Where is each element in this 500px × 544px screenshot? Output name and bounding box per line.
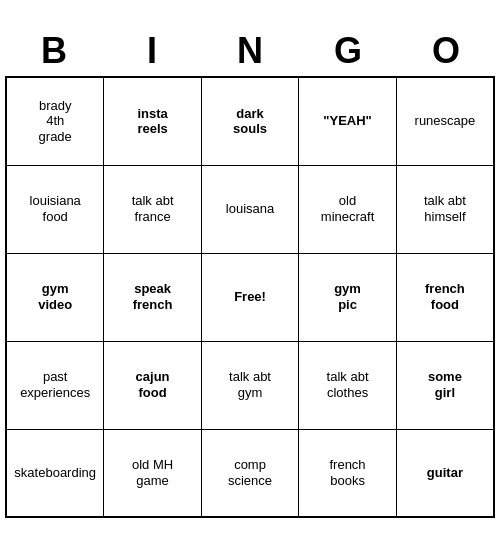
cell-text: french: [329, 457, 365, 472]
cell-text: reels: [137, 121, 167, 136]
bingo-cell: "YEAH": [299, 77, 397, 165]
header-b: B: [5, 26, 103, 76]
bingo-cell: guitar: [396, 429, 494, 517]
cell-text: old MH: [132, 457, 173, 472]
bingo-cell: gympic: [299, 253, 397, 341]
cell-text: books: [330, 473, 365, 488]
bingo-cell: talk abtgym: [201, 341, 298, 429]
cell-text: game: [136, 473, 169, 488]
cell-text: food: [43, 209, 68, 224]
cell-text: pic: [338, 297, 357, 312]
cell-text: louisana: [226, 201, 274, 216]
bingo-cell: talk abthimself: [396, 165, 494, 253]
bingo-cell: louisana: [201, 165, 298, 253]
bingo-cell: louisianafood: [6, 165, 104, 253]
bingo-cell: cajunfood: [104, 341, 201, 429]
bingo-cell: instareels: [104, 77, 201, 165]
bingo-header: B I N G O: [5, 26, 495, 76]
cell-text: Free!: [234, 289, 266, 304]
bingo-cell: runescape: [396, 77, 494, 165]
cell-text: experiences: [20, 385, 90, 400]
cell-text: past: [43, 369, 68, 384]
cell-text: brady: [39, 98, 72, 113]
cell-text: gym: [334, 281, 361, 296]
bingo-cell: Free!: [201, 253, 298, 341]
table-row: louisianafoodtalk abtfrancelouisanaoldmi…: [6, 165, 494, 253]
table-row: skateboardingold MHgamecompsciencefrench…: [6, 429, 494, 517]
bingo-cell: darksouls: [201, 77, 298, 165]
cell-text: france: [135, 209, 171, 224]
cell-text: science: [228, 473, 272, 488]
header-o: O: [397, 26, 495, 76]
cell-text: french: [133, 297, 173, 312]
cell-text: speak: [134, 281, 171, 296]
cell-text: himself: [424, 209, 465, 224]
cell-text: food: [139, 385, 167, 400]
cell-text: runescape: [415, 113, 476, 128]
cell-text: some: [428, 369, 462, 384]
cell-text: cajun: [136, 369, 170, 384]
cell-text: clothes: [327, 385, 368, 400]
bingo-cell: skateboarding: [6, 429, 104, 517]
table-row: pastexperiencescajunfoodtalk abtgymtalk …: [6, 341, 494, 429]
cell-text: insta: [137, 106, 167, 121]
cell-text: 4th: [46, 113, 64, 128]
cell-text: food: [431, 297, 459, 312]
bingo-cell: gymvideo: [6, 253, 104, 341]
bingo-cell: talk abtclothes: [299, 341, 397, 429]
cell-text: comp: [234, 457, 266, 472]
bingo-cell: brady4thgrade: [6, 77, 104, 165]
header-n: N: [201, 26, 299, 76]
cell-text: grade: [39, 129, 72, 144]
bingo-cell: frenchbooks: [299, 429, 397, 517]
cell-text: talk abt: [424, 193, 466, 208]
bingo-cell: old MHgame: [104, 429, 201, 517]
bingo-cell: somegirl: [396, 341, 494, 429]
bingo-cell: pastexperiences: [6, 341, 104, 429]
cell-text: souls: [233, 121, 267, 136]
bingo-grid: brady4thgradeinstareelsdarksouls"YEAH"ru…: [5, 76, 495, 518]
cell-text: talk abt: [327, 369, 369, 384]
header-g: G: [299, 26, 397, 76]
bingo-cell: frenchfood: [396, 253, 494, 341]
bingo-cell: compscience: [201, 429, 298, 517]
bingo-cell: oldminecraft: [299, 165, 397, 253]
cell-text: gym: [238, 385, 263, 400]
bingo-cell: talk abtfrance: [104, 165, 201, 253]
cell-text: old: [339, 193, 356, 208]
cell-text: louisiana: [30, 193, 81, 208]
cell-text: dark: [236, 106, 263, 121]
header-i: I: [103, 26, 201, 76]
table-row: gymvideospeakfrenchFree!gympicfrenchfood: [6, 253, 494, 341]
cell-text: gym: [42, 281, 69, 296]
cell-text: girl: [435, 385, 455, 400]
cell-text: talk abt: [132, 193, 174, 208]
cell-text: video: [38, 297, 72, 312]
table-row: brady4thgradeinstareelsdarksouls"YEAH"ru…: [6, 77, 494, 165]
cell-text: french: [425, 281, 465, 296]
cell-text: guitar: [427, 465, 463, 480]
cell-text: "YEAH": [323, 113, 371, 128]
cell-text: talk abt: [229, 369, 271, 384]
cell-text: skateboarding: [14, 465, 96, 480]
bingo-cell: speakfrench: [104, 253, 201, 341]
cell-text: minecraft: [321, 209, 374, 224]
